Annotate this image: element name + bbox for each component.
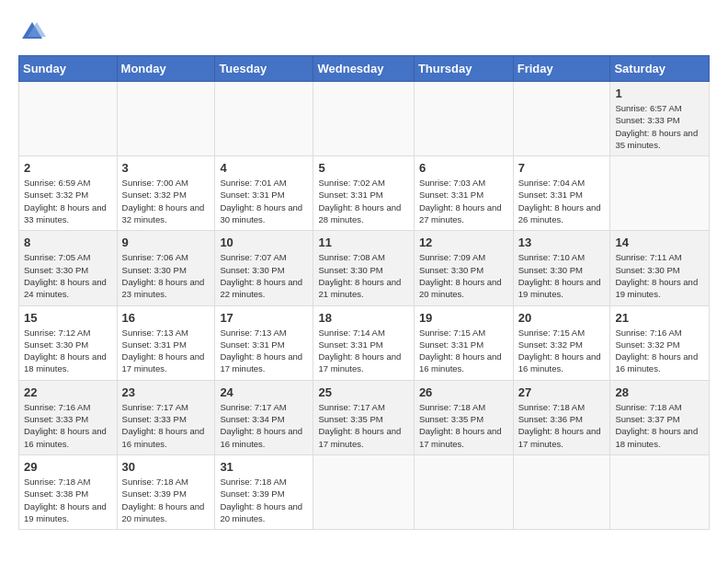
- day-cell: 21Sunrise: 7:16 AMSunset: 3:32 PMDayligh…: [610, 305, 710, 380]
- day-info: Sunrise: 7:12 AMSunset: 3:30 PMDaylight:…: [24, 327, 112, 375]
- day-number: 27: [518, 385, 606, 399]
- day-cell: 24Sunrise: 7:17 AMSunset: 3:34 PMDayligh…: [215, 380, 313, 454]
- day-number: 2: [24, 161, 112, 175]
- header-sunday: Sunday: [19, 56, 118, 82]
- day-cell: 7Sunrise: 7:04 AMSunset: 3:31 PMDaylight…: [513, 156, 610, 231]
- day-cell: 4Sunrise: 7:01 AMSunset: 3:31 PMDaylight…: [215, 156, 313, 231]
- day-number: 23: [122, 385, 210, 399]
- day-info: Sunrise: 7:18 AMSunset: 3:35 PMDaylight:…: [419, 401, 508, 450]
- day-number: 17: [220, 311, 308, 325]
- page-header: [18, 18, 710, 46]
- day-number: 3: [122, 161, 210, 175]
- calendar-header-row: SundayMondayTuesdayWednesdayThursdayFrid…: [19, 56, 710, 82]
- day-cell: 22Sunrise: 7:16 AMSunset: 3:33 PMDayligh…: [19, 380, 118, 454]
- calendar-week-6: 29Sunrise: 7:18 AMSunset: 3:38 PMDayligh…: [19, 454, 710, 529]
- empty-cell: [414, 454, 513, 529]
- header-friday: Friday: [513, 56, 610, 82]
- day-info: Sunrise: 7:17 AMSunset: 3:35 PMDaylight:…: [318, 401, 408, 450]
- header-thursday: Thursday: [414, 56, 513, 82]
- day-number: 8: [24, 236, 112, 249]
- day-number: 25: [318, 385, 408, 399]
- day-info: Sunrise: 7:18 AMSunset: 3:37 PMDaylight:…: [615, 401, 704, 450]
- day-info: Sunrise: 7:16 AMSunset: 3:33 PMDaylight:…: [24, 401, 112, 450]
- day-number: 16: [122, 311, 210, 325]
- day-info: Sunrise: 7:10 AMSunset: 3:30 PMDaylight:…: [518, 251, 606, 300]
- day-info: Sunrise: 7:00 AMSunset: 3:32 PMDaylight:…: [122, 177, 210, 225]
- day-info: Sunrise: 7:18 AMSunset: 3:36 PMDaylight:…: [518, 401, 606, 450]
- day-info: Sunrise: 7:14 AMSunset: 3:31 PMDaylight:…: [318, 327, 408, 375]
- empty-cell: [610, 156, 710, 231]
- day-number: 6: [419, 161, 508, 175]
- day-cell: 6Sunrise: 7:03 AMSunset: 3:31 PMDaylight…: [414, 156, 513, 231]
- empty-cell: [513, 82, 610, 156]
- day-number: 19: [419, 311, 508, 325]
- day-number: 28: [615, 385, 704, 399]
- day-cell: 25Sunrise: 7:17 AMSunset: 3:35 PMDayligh…: [313, 380, 414, 454]
- day-cell: 11Sunrise: 7:08 AMSunset: 3:30 PMDayligh…: [313, 231, 414, 305]
- day-number: 30: [122, 460, 210, 474]
- calendar-week-1: 1Sunrise: 6:57 AMSunset: 3:33 PMDaylight…: [19, 82, 710, 156]
- day-info: Sunrise: 7:07 AMSunset: 3:30 PMDaylight:…: [220, 251, 308, 300]
- calendar-week-2: 2Sunrise: 6:59 AMSunset: 3:32 PMDaylight…: [19, 156, 710, 231]
- empty-cell: [513, 454, 610, 529]
- day-number: 22: [24, 385, 112, 399]
- day-cell: 13Sunrise: 7:10 AMSunset: 3:30 PMDayligh…: [513, 231, 610, 305]
- day-info: Sunrise: 6:59 AMSunset: 3:32 PMDaylight:…: [24, 177, 112, 225]
- day-info: Sunrise: 7:17 AMSunset: 3:34 PMDaylight:…: [220, 401, 308, 450]
- day-number: 24: [220, 385, 308, 399]
- day-info: Sunrise: 7:04 AMSunset: 3:31 PMDaylight:…: [518, 177, 606, 225]
- empty-cell: [215, 82, 313, 156]
- day-info: Sunrise: 7:08 AMSunset: 3:30 PMDaylight:…: [318, 251, 408, 300]
- calendar-table: SundayMondayTuesdayWednesdayThursdayFrid…: [18, 55, 710, 530]
- day-info: Sunrise: 7:17 AMSunset: 3:33 PMDaylight:…: [122, 401, 210, 450]
- empty-cell: [610, 454, 710, 529]
- day-number: 29: [24, 460, 112, 474]
- day-number: 26: [419, 385, 508, 399]
- empty-cell: [414, 82, 513, 156]
- day-cell: 1Sunrise: 6:57 AMSunset: 3:33 PMDaylight…: [610, 82, 710, 156]
- day-cell: 20Sunrise: 7:15 AMSunset: 3:32 PMDayligh…: [513, 305, 610, 380]
- day-info: Sunrise: 7:03 AMSunset: 3:31 PMDaylight:…: [419, 177, 508, 225]
- day-cell: 31Sunrise: 7:18 AMSunset: 3:39 PMDayligh…: [215, 454, 313, 529]
- day-number: 12: [419, 236, 508, 249]
- day-cell: 10Sunrise: 7:07 AMSunset: 3:30 PMDayligh…: [215, 231, 313, 305]
- day-info: Sunrise: 7:13 AMSunset: 3:31 PMDaylight:…: [122, 327, 210, 375]
- day-info: Sunrise: 7:15 AMSunset: 3:32 PMDaylight:…: [518, 327, 606, 375]
- day-cell: 23Sunrise: 7:17 AMSunset: 3:33 PMDayligh…: [117, 380, 215, 454]
- day-cell: 9Sunrise: 7:06 AMSunset: 3:30 PMDaylight…: [117, 231, 215, 305]
- day-cell: 18Sunrise: 7:14 AMSunset: 3:31 PMDayligh…: [313, 305, 414, 380]
- day-number: 5: [318, 161, 408, 175]
- header-wednesday: Wednesday: [313, 56, 414, 82]
- day-number: 1: [615, 86, 704, 100]
- header-tuesday: Tuesday: [215, 56, 313, 82]
- day-info: Sunrise: 7:15 AMSunset: 3:31 PMDaylight:…: [419, 327, 508, 375]
- day-cell: 19Sunrise: 7:15 AMSunset: 3:31 PMDayligh…: [414, 305, 513, 380]
- empty-cell: [19, 82, 118, 156]
- day-cell: 3Sunrise: 7:00 AMSunset: 3:32 PMDaylight…: [117, 156, 215, 231]
- logo: [18, 18, 50, 46]
- day-cell: 2Sunrise: 6:59 AMSunset: 3:32 PMDaylight…: [19, 156, 118, 231]
- day-number: 7: [518, 161, 606, 175]
- day-number: 10: [220, 236, 308, 249]
- day-cell: 30Sunrise: 7:18 AMSunset: 3:39 PMDayligh…: [117, 454, 215, 529]
- day-cell: 15Sunrise: 7:12 AMSunset: 3:30 PMDayligh…: [19, 305, 118, 380]
- day-number: 20: [518, 311, 606, 325]
- day-cell: 16Sunrise: 7:13 AMSunset: 3:31 PMDayligh…: [117, 305, 215, 380]
- day-info: Sunrise: 7:11 AMSunset: 3:30 PMDaylight:…: [615, 251, 704, 300]
- logo-icon: [18, 18, 46, 46]
- day-info: Sunrise: 6:57 AMSunset: 3:33 PMDaylight:…: [615, 102, 704, 151]
- day-number: 11: [318, 236, 408, 249]
- day-cell: 26Sunrise: 7:18 AMSunset: 3:35 PMDayligh…: [414, 380, 513, 454]
- day-info: Sunrise: 7:13 AMSunset: 3:31 PMDaylight:…: [220, 327, 308, 375]
- day-number: 21: [615, 311, 704, 325]
- day-info: Sunrise: 7:18 AMSunset: 3:39 PMDaylight:…: [220, 476, 308, 524]
- day-cell: 5Sunrise: 7:02 AMSunset: 3:31 PMDaylight…: [313, 156, 414, 231]
- day-cell: 12Sunrise: 7:09 AMSunset: 3:30 PMDayligh…: [414, 231, 513, 305]
- day-number: 18: [318, 311, 408, 325]
- empty-cell: [313, 82, 414, 156]
- day-cell: 29Sunrise: 7:18 AMSunset: 3:38 PMDayligh…: [19, 454, 118, 529]
- day-number: 9: [122, 236, 210, 249]
- day-info: Sunrise: 7:18 AMSunset: 3:39 PMDaylight:…: [122, 476, 210, 524]
- day-info: Sunrise: 7:06 AMSunset: 3:30 PMDaylight:…: [122, 251, 210, 300]
- day-info: Sunrise: 7:18 AMSunset: 3:38 PMDaylight:…: [24, 476, 112, 524]
